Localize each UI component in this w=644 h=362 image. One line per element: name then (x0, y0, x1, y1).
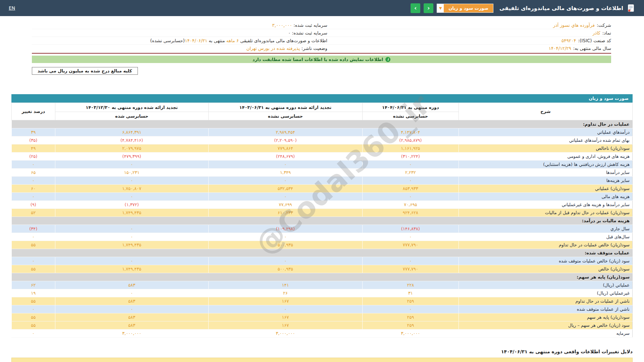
value-cell: (۴,۷۸۴,۴۱۶) (55, 136, 208, 144)
info-label: شرکت: (597, 22, 611, 28)
info-label: نماد: (602, 30, 611, 36)
statement-row: ناشي از عمليات متوقف شده۰۰۰۰ (12, 305, 633, 313)
row-label: درآمدهاي عملياتي (459, 128, 632, 136)
col-header-restated-midyear: تجدید ارائه شده دوره منتهی به ۱۴۰۳/۰۶/۳۱ (208, 103, 362, 112)
info-segment: پذیرفته شده در بورس تهران (246, 46, 300, 51)
info-row: کد صنعت (ISIC):۵۴۹۲۰۴ (327, 37, 611, 45)
next-statement-button[interactable]: › (424, 3, 433, 13)
statement-row: ساير درآمدها و هزينه هاى غيرعملياتي۷۰,۶۹… (12, 201, 633, 209)
value-cell: (۱,۳۷۲) (55, 201, 208, 209)
income-statement-table: شرح دوره منتهی به ۱۴۰۴/۰۶/۳۱ تجدید ارائه… (11, 103, 633, 338)
topbar-right-group: اطلاعات و صورت‌های مالی میاندوره‌ای تلفی… (411, 3, 635, 13)
value-cell: ۰ (55, 193, 208, 201)
table-title: صورت سود و زیان (589, 96, 629, 101)
statement-row: ساير هزينه‌ها۰۰۰۰ (12, 177, 633, 185)
prev-statement-button[interactable]: ‹ (411, 3, 420, 13)
value-cell: (۴۷۹,۳۹۹) (55, 153, 208, 161)
info-segment: (حسابرسی نشده) (150, 38, 185, 43)
value-cell: (۲,۹۸۵,۸۷۹) (362, 136, 459, 144)
percent-change-cell: ۵۵ (12, 265, 55, 273)
audit-status-midyear: حسابرسی نشده (208, 112, 362, 120)
value-cell: ۰ (55, 161, 208, 169)
statement-row: سال‌هاى قبل۰۰۰۰ (12, 233, 633, 241)
value-cell: ۰ (208, 305, 362, 313)
value-cell: ۲۵۹ (362, 297, 459, 305)
row-label: عملياتي (ريال) (459, 281, 632, 289)
value-cell: ۱,۷۴۹,۴۳۵ (55, 209, 208, 217)
statement-row: سود(زيان) عملياتي۸۵۳,۹۳۳۵۳۲,۵۳۴۱,۷۵۰,۸۰۷… (12, 185, 633, 193)
value-cell: ۰ (362, 193, 459, 201)
value-cell: ۰ (362, 305, 459, 313)
value-cell: ۶۱۰,۲۳۳ (208, 209, 362, 217)
percent-change-cell: ۰ (12, 161, 55, 169)
value-cell: ۱,۱۶۱,۹۲۵ (362, 144, 459, 153)
info-segment: سرمایه ثبت شده: (292, 22, 327, 28)
info-segment: ۳,۰۰۰,۰۰۰ (272, 22, 292, 28)
percent-change-cell: ۴۹ (12, 144, 55, 153)
statement-select[interactable]: صورت سود و زیان ▼ (437, 4, 493, 13)
statement-row: درآمدهاي عملياتي۴,۱۴۷,۸۰۴۲,۹۸۹,۴۵۴۶,۸۶۴,… (12, 128, 633, 136)
value-cell: ۲۲۸ (362, 281, 459, 289)
value-cell: ۳۱ (362, 289, 459, 297)
row-label: ناشي از عمليات متوقف شده (459, 305, 632, 313)
info-value: ۱۴۰۴/۱۲/۲۹ (549, 46, 571, 51)
value-cell: ۲,۰۷۹,۹۷۵ (55, 144, 208, 153)
col-header-percent-change: درصد تغییر (12, 103, 55, 120)
value-cell: ۱,۳۴۹ (208, 169, 362, 177)
percent-change-cell: ۳۹ (12, 128, 55, 136)
section-header-label: عمليات متوقف شده: (12, 249, 633, 257)
info-segment: ۱۴۰۴/۰۶/۳۱ (185, 38, 207, 43)
value-cell: ۰ (362, 233, 459, 241)
col-header-restated-yearend: تجدید ارائه شده دوره منتهی به ۱۴۰۳/۱۲/۳۰ (55, 103, 208, 112)
statement-row: غيرعملياتي (ريال)۳۱۲۶۰۱۹ (12, 289, 633, 297)
info-segment: ۰ (288, 30, 290, 36)
row-label: سود(زيان) پايه هر سهم (459, 313, 632, 321)
statement-row: سود(زيان) خالص۷۷۷,۷۹۰۵۰۰,۹۳۵۱,۷۴۹,۴۳۵۵۵ (12, 265, 633, 273)
section-header-row: هزينه ماليات بر درآمد: (12, 217, 633, 225)
section-header-label: عملیات در حال تداوم: (12, 120, 633, 128)
statement-file-icon (627, 4, 635, 12)
row-label: سود(زيان) خالص عمليات در حال تداوم (459, 241, 632, 249)
value-cell: ۷۷,۶۹۹ (208, 201, 362, 209)
percent-change-cell: ۶۵ (12, 169, 55, 177)
value-cell: ۵۰۰,۹۳۵ (208, 265, 362, 273)
row-label: هزينه هاى مالى (459, 193, 632, 201)
col-header-description: شرح (459, 103, 632, 120)
value-cell: ۵۰۰,۹۳۵ (208, 241, 362, 249)
statement-row: سود (زيان) خالص عمليات متوقف شده۰۰۰۰ (12, 257, 633, 265)
statement-row: سال جاري(۱۴۶,۸۳۸)(۱۰۹,۲۹۸)۰(۳۴) (12, 225, 633, 233)
info-segment: وضعیت ناشر: (300, 46, 327, 51)
percent-change-cell: ۰ (12, 305, 55, 313)
period-header-row: شرح دوره منتهی به ۱۴۰۴/۰۶/۳۱ تجدید ارائه… (12, 103, 633, 112)
value-cell: ۳,۰۰۰,۰۰۰ (362, 329, 459, 338)
value-cell: ۱,۷۴۹,۴۳۵ (55, 241, 208, 249)
value-cell: ۲,۲۳۲ (362, 169, 459, 177)
percent-change-cell: ۵۲ (12, 209, 55, 217)
row-label: بهاى تمام شده درآمدهاي عملياتي (459, 136, 632, 144)
value-cell: ۰ (55, 233, 208, 241)
page-title: اطلاعات و صورت‌های مالی میاندوره‌ای تلفی… (499, 5, 623, 11)
row-label: سود(زيان) خالص (459, 265, 632, 273)
value-cell: ۲۵۹ (362, 321, 459, 329)
statement-row: بهاى تمام شده درآمدهاي عملياتي(۲,۹۸۵,۸۷۹… (12, 136, 633, 144)
value-cell: ۴,۱۴۷,۸۰۴ (362, 128, 459, 136)
statement-row: سرمايه۳,۰۰۰,۰۰۰۳,۰۰۰,۰۰۰۳,۰۰۰,۰۰۰۰ (12, 329, 633, 338)
value-cell: ۵۸۳ (55, 297, 208, 305)
info-row: شرکت:فرآورده هاي نسوز آذر (327, 21, 611, 29)
info-row: سال مالی منتهی به:۱۴۰۴/۱۲/۲۹ (327, 45, 611, 52)
english-language-link[interactable]: EN (9, 5, 15, 11)
percent-change-cell: ۵۵ (12, 297, 55, 305)
value-cell: ۲۵۹ (362, 313, 459, 321)
table-header: شرح دوره منتهی به ۱۴۰۴/۰۶/۳۱ تجدید ارائه… (12, 103, 633, 120)
value-cell: ۵۸۳ (55, 281, 208, 289)
company-info-panel: شرکت:فرآورده هاي نسوز آذرنماد:كاذرکد صنع… (32, 21, 611, 75)
value-cell: ۵۸۳ (55, 321, 208, 329)
statement-row: سود (زيان) خالص هر سهم – ريال۲۵۹۱۶۷۵۸۳۵۵ (12, 321, 633, 329)
value-cell: ۹۲۴,۶۲۸ (362, 209, 459, 217)
change-reasons-section: دلایل تغییرات اطلاعات واقعی دوره منتهی ب… (11, 349, 633, 362)
row-label: ناشي از عمليات در حال تداوم (459, 297, 632, 305)
value-cell: ۰ (55, 177, 208, 185)
section-header-label: هزينه ماليات بر درآمد: (12, 217, 633, 225)
value-cell: (۱۴۶,۸۳۸) (362, 225, 459, 233)
value-cell: ۶,۸۶۴,۳۹۱ (55, 128, 208, 136)
